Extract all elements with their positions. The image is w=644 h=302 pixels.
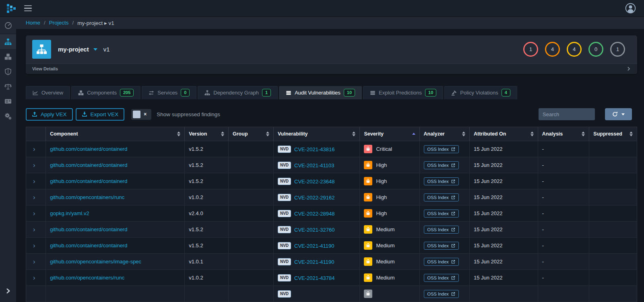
column-header-version[interactable]: Version (185, 127, 229, 141)
sort-icon[interactable] (578, 131, 585, 136)
tab-count-badge: 10 (344, 89, 355, 97)
severity-label: Medium (376, 226, 394, 232)
search-input[interactable] (539, 108, 595, 120)
analyzer-link[interactable]: OSS Index (424, 258, 459, 266)
external-link-icon (451, 244, 455, 248)
sidebar-item-components[interactable] (0, 49, 16, 64)
tab-policy-violations[interactable]: Policy Violations4 (444, 86, 517, 99)
analyzer-link[interactable]: OSS Index (424, 290, 459, 298)
refresh-button[interactable] (605, 108, 632, 120)
analyzer-link[interactable]: OSS Index (424, 177, 459, 185)
sidebar-item-dashboard[interactable] (0, 17, 16, 34)
project-name-dropdown[interactable]: my-project (58, 46, 97, 53)
expand-row-icon[interactable]: › (26, 222, 46, 238)
tab-services[interactable]: Services0 (142, 86, 196, 99)
column-header-severity[interactable]: Severity (360, 127, 419, 141)
show-suppressed-checkbox[interactable]: × (131, 109, 151, 120)
vulnerability-link[interactable]: CVE-2022-23648 (294, 178, 334, 184)
vulnerability-link[interactable]: CVE-2021-41190 (294, 242, 334, 249)
sidebar-expand-chevron-icon[interactable] (0, 284, 16, 298)
sidebar-toggle-hamburger-icon[interactable] (24, 5, 32, 12)
component-link[interactable]: github.com/opencontainers/runc (50, 194, 124, 200)
column-header-attributed-on[interactable]: Attributed On (469, 127, 538, 141)
findings-toolbar: Apply VEX Export VEX × Show suppressed f… (26, 108, 637, 121)
analyzer-link[interactable]: OSS Index (424, 161, 459, 169)
breadcrumb-home-link[interactable]: Home (26, 20, 40, 26)
analysis-cell: - (538, 270, 589, 286)
vulnerability-link[interactable]: CVE-2022-28948 (294, 210, 334, 216)
list-card-icon (4, 98, 12, 105)
component-link[interactable]: github.com/opencontainers/image-spec (50, 259, 141, 265)
component-link[interactable]: github.com/opencontainers/runc (50, 275, 124, 281)
component-link[interactable]: github.com/containerd/containerd (50, 162, 127, 168)
sort-icon[interactable] (349, 131, 355, 136)
export-vex-button[interactable]: Export VEX (76, 108, 125, 121)
table-row: NVDOSS Index (26, 286, 637, 302)
dependency-track-logo-icon[interactable] (6, 4, 16, 13)
tab-components[interactable]: Components205 (71, 86, 140, 99)
expand-row-icon[interactable]: › (26, 189, 46, 205)
expand-row-icon[interactable]: › (26, 238, 46, 254)
vulnerability-link[interactable]: CVE-2021-43816 (294, 146, 334, 152)
expand-row-icon[interactable]: › (26, 141, 46, 157)
sort-icon[interactable] (218, 131, 224, 136)
sidebar-item-licenses[interactable] (0, 79, 16, 94)
analyzer-link[interactable]: OSS Index (424, 193, 459, 201)
analyzer-link[interactable]: OSS Index (424, 242, 459, 250)
analyzer-link[interactable]: OSS Index (424, 145, 459, 153)
expand-row-icon[interactable]: › (26, 205, 46, 222)
sidebar-item-vulnerability-audit[interactable] (0, 94, 16, 109)
expand-row-icon[interactable]: › (26, 270, 46, 286)
sidebar-item-projects[interactable] (0, 34, 16, 49)
sidebar-item-vulnerabilities[interactable] (0, 64, 16, 79)
component-link[interactable]: github.com/containerd/containerd (50, 146, 127, 152)
component-link[interactable]: gopkg.in/yaml.v2 (50, 210, 89, 216)
column-header-vulnerability[interactable]: Vulnerability (273, 127, 359, 141)
vulnerability-link[interactable]: CVE-2021-43784 (294, 275, 334, 281)
sidebar-item-administration[interactable] (0, 109, 16, 123)
vulnerability-link[interactable]: CVE-2021-32760 (294, 226, 334, 232)
analyzer-link[interactable]: OSS Index (424, 274, 459, 282)
source-badge: NVD (278, 242, 291, 249)
sort-icon[interactable] (263, 131, 269, 136)
component-link[interactable]: github.com/containerd/containerd (50, 242, 127, 249)
external-link-icon (451, 260, 455, 264)
analyzer-link[interactable]: OSS Index (424, 226, 459, 234)
suppressed-cell (589, 286, 637, 302)
column-header-group[interactable]: Group (229, 127, 274, 141)
expand-column-header (26, 127, 46, 141)
expand-row-icon[interactable]: › (26, 254, 46, 270)
tab-overview[interactable]: Overview (26, 86, 70, 99)
vulnerability-link[interactable]: CVE-2021-41190 (294, 259, 334, 265)
column-header-analysis[interactable]: Analysis (538, 127, 589, 141)
sort-icon[interactable] (174, 131, 180, 136)
expand-row-icon[interactable]: › (26, 157, 46, 173)
column-header-analyzer[interactable]: Analyzer (419, 127, 469, 141)
sort-icon[interactable] (459, 131, 465, 136)
sort-icon[interactable] (409, 133, 415, 135)
user-avatar-icon[interactable] (625, 3, 636, 14)
breadcrumb-projects-link[interactable]: Projects (49, 20, 69, 26)
tab-exploit-predictions[interactable]: Exploit Predictions10 (363, 86, 443, 99)
sort-icon[interactable] (527, 131, 534, 136)
component-link[interactable]: github.com/containerd/containerd (50, 226, 127, 232)
component-link[interactable]: github.com/containerd/containerd (50, 178, 127, 184)
expand-row-icon[interactable] (26, 286, 46, 302)
analyzer-link[interactable]: OSS Index (424, 210, 459, 218)
apply-vex-button[interactable]: Apply VEX (26, 108, 73, 121)
column-header-component[interactable]: Component (46, 127, 185, 141)
tab-dependency-graph[interactable]: Dependency Graph1 (198, 86, 278, 99)
vulnerability-link[interactable]: CVE-2021-41103 (294, 162, 334, 168)
expand-row-icon[interactable]: › (26, 173, 46, 189)
suppressed-cell (589, 189, 637, 205)
vulnerability-link[interactable]: CVE-2022-29162 (294, 194, 334, 200)
view-details-bar[interactable]: View Details (26, 64, 637, 74)
sort-icon[interactable] (626, 131, 633, 136)
checkbox-box[interactable] (133, 111, 140, 118)
analysis-cell: - (538, 254, 589, 270)
tab-audit-vulnerabilities[interactable]: Audit Vulnerabilities10 (279, 86, 362, 99)
group-cell (229, 157, 274, 173)
analysis-cell: - (538, 205, 589, 222)
checkbox-clear-icon[interactable]: × (140, 111, 150, 117)
column-header-suppressed[interactable]: Suppressed (589, 127, 637, 141)
